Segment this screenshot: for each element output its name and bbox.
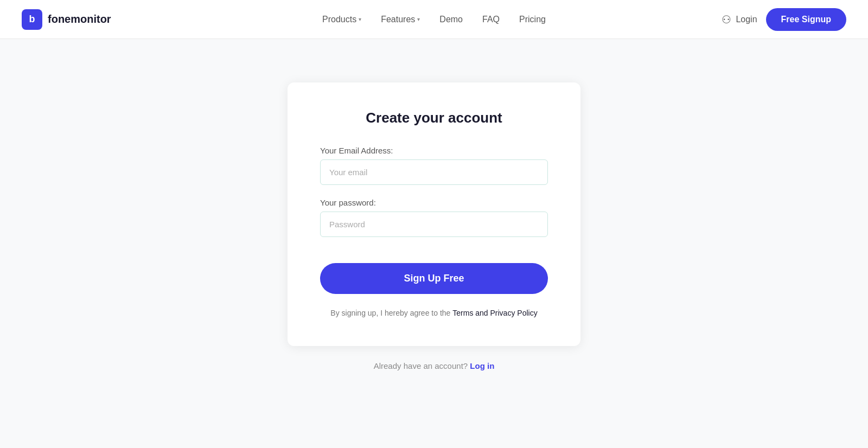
terms-link[interactable]: Terms and Privacy Policy [452,309,537,317]
main-nav: Products ▾ Features ▾ Demo FAQ Pricing [322,15,546,24]
logo-text: fonemonitor [48,13,111,25]
signup-button[interactable]: Sign Up Free [320,263,548,294]
nav-item-demo[interactable]: Demo [439,15,463,24]
person-icon: ⚇ [722,13,731,26]
chevron-down-icon: ▾ [417,16,420,22]
nav-item-pricing[interactable]: Pricing [519,15,546,24]
nav-item-products[interactable]: Products ▾ [322,15,361,24]
login-button[interactable]: ⚇ Login [722,13,757,26]
email-label: Your Email Address: [320,146,548,155]
email-input[interactable] [320,159,548,185]
signup-card: Create your account Your Email Address: … [288,82,580,346]
logo-icon: b [22,9,42,30]
free-signup-button[interactable]: Free Signup [766,8,846,31]
header-right: ⚇ Login Free Signup [722,8,846,31]
nav-item-features[interactable]: Features ▾ [381,15,420,24]
chevron-down-icon: ▾ [359,16,361,22]
nav-item-faq[interactable]: FAQ [482,15,500,24]
password-form-group: Your password: [320,198,548,237]
logo[interactable]: b fonemonitor [22,9,111,30]
already-account-text: Already have an account? Log in [374,361,495,370]
login-link[interactable]: Log in [470,361,494,370]
main-content: Create your account Your Email Address: … [0,39,868,370]
password-label: Your password: [320,198,548,207]
email-form-group: Your Email Address: [320,146,548,185]
terms-text: By signing up, I hereby agree to the Ter… [320,307,548,319]
card-title: Create your account [320,110,548,126]
password-input[interactable] [320,212,548,237]
